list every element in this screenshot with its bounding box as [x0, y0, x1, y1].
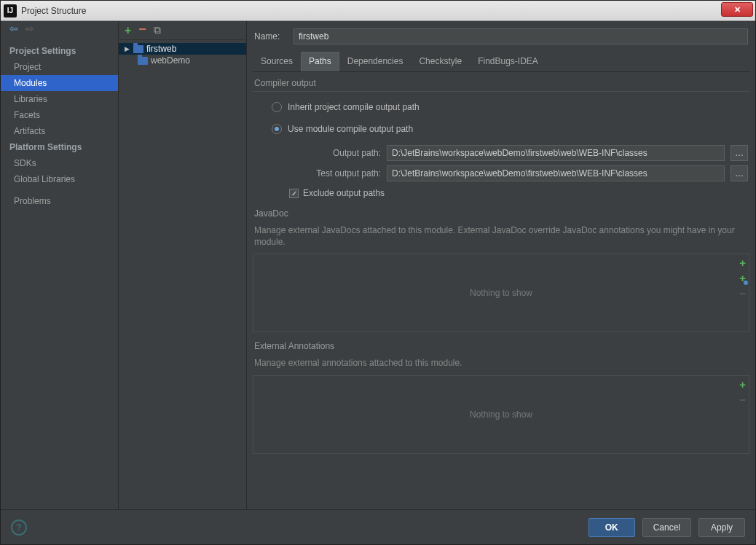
nav-libraries[interactable]: Libraries: [1, 91, 118, 107]
tree-item-firstweb[interactable]: ▶ firstweb: [119, 43, 246, 55]
nav-global-libraries[interactable]: Global Libraries: [1, 171, 118, 187]
output-path-browse-button[interactable]: …: [731, 145, 748, 161]
tab-dependencies[interactable]: Dependencies: [339, 52, 412, 71]
javadoc-side-toolbar: + + −: [739, 257, 746, 299]
extann-side-toolbar: + −: [739, 379, 746, 405]
section-platform-settings: Platform Settings: [1, 139, 118, 155]
window-title: Project Structure: [21, 6, 86, 16]
add-javadoc-icon[interactable]: +: [739, 257, 746, 268]
javadoc-desc: Manage external JavaDocs attached to thi…: [253, 223, 749, 254]
exclude-output-row[interactable]: ✓ Exclude output paths: [253, 184, 749, 200]
javadoc-heading: JavaDoc: [253, 207, 749, 221]
settings-nav: Project Settings Project Modules Librari…: [1, 39, 118, 213]
name-row: Name:: [253, 26, 749, 52]
extann-desc: Manage external annotations attached to …: [253, 356, 749, 375]
close-button[interactable]: ✕: [721, 2, 753, 17]
test-output-path-input[interactable]: [387, 165, 725, 181]
tab-sources[interactable]: Sources: [253, 52, 301, 71]
back-icon[interactable]: ⇦: [9, 23, 18, 34]
test-output-path-row: Test output path: …: [253, 163, 749, 184]
modules-panel: + − ⧉ ▶ firstweb webDemo: [119, 21, 247, 509]
javadoc-section: JavaDoc Manage external JavaDocs attache…: [253, 207, 749, 332]
apply-button[interactable]: Apply: [698, 518, 745, 537]
remove-extann-icon[interactable]: −: [739, 394, 746, 405]
external-annotations-section: External Annotations Manage external ann…: [253, 340, 749, 453]
add-icon[interactable]: +: [125, 24, 131, 37]
output-path-label: Output path:: [289, 148, 381, 158]
tree-label: firstweb: [146, 44, 176, 54]
ok-button[interactable]: OK: [588, 518, 635, 537]
cancel-button[interactable]: Cancel: [642, 518, 691, 537]
nav-artifacts[interactable]: Artifacts: [1, 123, 118, 139]
javadoc-empty-text: Nothing to show: [470, 288, 532, 298]
project-structure-window: IJ Project Structure ✕ ⇦ ⇨ Project Setti…: [0, 0, 756, 545]
expand-icon[interactable]: ▶: [123, 45, 130, 52]
exclude-output-label: Exclude output paths: [303, 188, 385, 198]
dialog-body: ⇦ ⇨ Project Settings Project Modules Lib…: [1, 21, 755, 509]
section-project-settings: Project Settings: [1, 43, 118, 59]
nav-history: ⇦ ⇨: [1, 21, 118, 39]
modules-tree: ▶ firstweb webDemo: [119, 40, 246, 69]
radio-module-row[interactable]: Use module compile output path: [253, 121, 749, 137]
nav-project[interactable]: Project: [1, 59, 118, 75]
radio-module-label: Use module compile output path: [288, 124, 413, 134]
compiler-output-section: Compiler output Inherit project compile …: [253, 77, 749, 200]
add-extann-icon[interactable]: +: [739, 379, 746, 390]
remove-javadoc-icon[interactable]: −: [739, 288, 746, 299]
module-details: Name: Sources Paths Dependencies Checkst…: [247, 21, 755, 509]
extann-heading: External Annotations: [253, 340, 749, 354]
tree-label: webDemo: [151, 55, 190, 66]
add-javadoc-url-icon[interactable]: +: [739, 272, 746, 283]
tab-findbugs[interactable]: FindBugs-IDEA: [470, 52, 546, 71]
nav-facets[interactable]: Facets: [1, 107, 118, 123]
app-icon: IJ: [4, 4, 17, 17]
test-output-path-label: Test output path:: [289, 168, 381, 179]
help-button[interactable]: ?: [11, 519, 27, 536]
tab-checkstyle[interactable]: Checkstyle: [411, 52, 470, 71]
test-output-path-browse-button[interactable]: …: [731, 165, 748, 181]
tree-item-webdemo[interactable]: webDemo: [119, 55, 246, 66]
radio-inherit-label: Inherit project compile output path: [288, 102, 420, 112]
module-icon: [133, 45, 143, 53]
javadoc-listbox[interactable]: Nothing to show + + −: [253, 254, 749, 332]
remove-icon[interactable]: −: [138, 22, 146, 37]
titlebar[interactable]: IJ Project Structure ✕: [1, 1, 755, 21]
modules-toolbar: + − ⧉: [119, 21, 246, 40]
tab-paths[interactable]: Paths: [301, 52, 339, 71]
radio-inherit-row[interactable]: Inherit project compile output path: [253, 99, 749, 115]
radio-inherit[interactable]: [272, 102, 282, 112]
extann-empty-text: Nothing to show: [470, 409, 532, 420]
nav-sdks[interactable]: SDKs: [1, 155, 118, 171]
module-icon: [138, 57, 148, 65]
dialog-buttons: OK Cancel Apply: [588, 518, 745, 537]
settings-sidebar: ⇦ ⇨ Project Settings Project Modules Lib…: [1, 21, 119, 509]
output-path-input[interactable]: [387, 145, 725, 161]
output-path-row: Output path: …: [253, 143, 749, 163]
exclude-output-checkbox[interactable]: ✓: [289, 189, 299, 198]
forward-icon[interactable]: ⇨: [25, 23, 34, 34]
dialog-footer: ? OK Cancel Apply: [1, 509, 755, 544]
copy-icon[interactable]: ⧉: [154, 24, 161, 36]
nav-problems[interactable]: Problems: [1, 193, 118, 209]
name-label: Name:: [254, 31, 286, 42]
compiler-output-heading: Compiler output: [253, 77, 749, 92]
nav-modules[interactable]: Modules: [1, 75, 118, 91]
radio-module[interactable]: [272, 124, 282, 134]
module-name-input[interactable]: [294, 28, 748, 44]
extann-listbox[interactable]: Nothing to show + −: [253, 375, 749, 454]
module-tabs: Sources Paths Dependencies Checkstyle Fi…: [253, 52, 749, 72]
